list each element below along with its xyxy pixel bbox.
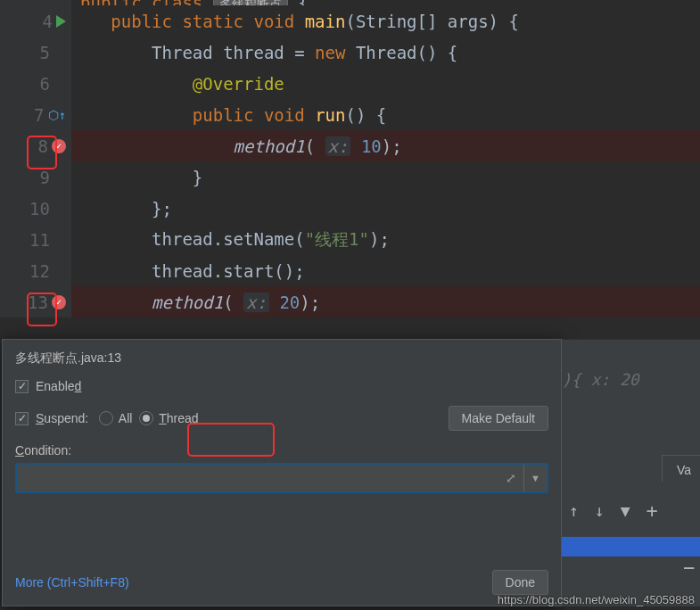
breakpoint-popup: 多线程断点.java:13 Enabled Suspend: All Threa…: [2, 339, 562, 606]
code-line[interactable]: 5 Thread thread = new Thread() {: [0, 37, 700, 68]
filter-icon[interactable]: ▼: [621, 501, 630, 520]
code-line[interactable]: 7 ⬡↑ public void run() {: [0, 99, 700, 130]
enabled-label: Enabled: [36, 379, 81, 393]
code-line[interactable]: 6 @Override: [0, 68, 700, 99]
make-default-button[interactable]: Make Default: [449, 406, 548, 431]
suspend-all-label: All: [119, 411, 133, 425]
line-number: 13: [25, 293, 48, 312]
selection-bar: [562, 537, 700, 556]
line-number: 8: [25, 136, 48, 156]
peek-code: ){ x: 20: [562, 370, 639, 389]
suspend-checkbox[interactable]: [15, 412, 29, 425]
done-button[interactable]: Done: [492, 570, 548, 595]
code-line[interactable]: 4 public static void main(String[] args)…: [0, 5, 700, 37]
line-number: 6: [27, 74, 50, 94]
code-line[interactable]: 9 }: [0, 161, 700, 193]
breakpoint-icon[interactable]: [52, 295, 66, 309]
line-number: 9: [27, 168, 50, 187]
condition-input-wrap: ⤢ ▼: [15, 463, 548, 493]
code-line[interactable]: 11 thread.setName("线程1");: [0, 224, 700, 255]
line-number: 7: [21, 105, 45, 125]
line-number: 10: [27, 199, 50, 218]
code-line[interactable]: public class 多线程断点 {: [0, 0, 700, 5]
run-icon[interactable]: [56, 15, 66, 28]
line-number: 11: [27, 230, 50, 250]
popup-title: 多线程断点.java:13: [15, 350, 548, 367]
enabled-checkbox[interactable]: [15, 380, 29, 393]
suspend-all-radio[interactable]: [99, 411, 113, 425]
expand-icon[interactable]: ⤢: [498, 471, 523, 485]
suspend-thread-radio[interactable]: [139, 411, 153, 425]
up-icon[interactable]: ↑: [569, 501, 579, 520]
implements-icon[interactable]: ⬡↑: [48, 108, 66, 122]
class-badge: 多线程断点: [213, 0, 288, 5]
param-hint: x:: [243, 293, 269, 312]
line-number: 12: [27, 261, 50, 281]
down-icon[interactable]: ↓: [595, 501, 605, 520]
more-link[interactable]: More (Ctrl+Shift+F8): [15, 575, 129, 589]
line-number: 5: [27, 43, 50, 62]
add-icon[interactable]: +: [646, 499, 658, 522]
debug-toolbar: ↑ ↓ ▼ +: [569, 499, 658, 522]
suspend-label: Suspend:: [36, 411, 88, 425]
line-number: 4: [29, 12, 53, 31]
watermark: https://blog.csdn.net/weixin_45059888: [498, 593, 695, 606]
code-line[interactable]: 12 thread.start();: [0, 255, 700, 286]
remove-icon[interactable]: −: [683, 556, 695, 579]
param-hint: x:: [325, 136, 351, 156]
history-dropdown[interactable]: ▼: [523, 465, 547, 491]
suspend-thread-label: Thread: [159, 411, 198, 425]
code-line[interactable]: 10 };: [0, 193, 700, 224]
code-editor[interactable]: public class 多线程断点 { 4 public static voi…: [0, 0, 700, 339]
code-line-breakpoint[interactable]: 13 method1( x: 20);: [0, 286, 700, 317]
variables-tab[interactable]: Va: [662, 455, 700, 482]
condition-label: Condition:: [15, 443, 71, 458]
condition-input[interactable]: [17, 465, 498, 491]
breakpoint-icon[interactable]: [52, 139, 66, 153]
code-line-breakpoint[interactable]: 8 method1( x: 10);: [0, 130, 700, 161]
